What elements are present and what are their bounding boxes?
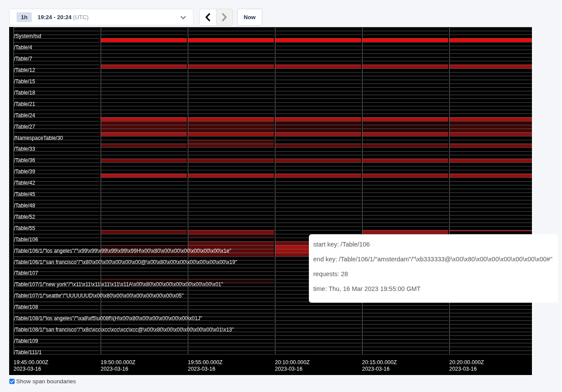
svg-text:/Table/24: /Table/24 — [14, 112, 35, 118]
svg-text:/Table/55: /Table/55 — [14, 225, 35, 231]
svg-text:/Table/33: /Table/33 — [14, 146, 35, 152]
svg-text:/Table/7: /Table/7 — [14, 56, 32, 62]
svg-text:/Table/4: /Table/4 — [14, 44, 32, 51]
svg-text:/Table/107/1/"new york"/"\x11\: /Table/107/1/"new york"/"\x11\x11\x11\x1… — [14, 281, 223, 287]
svg-text:/Table/106: /Table/106 — [14, 237, 38, 243]
svg-text:2023-03-16: 2023-03-16 — [275, 366, 302, 372]
svg-text:/Table/107/1/"seattle"/"UUUUUU: /Table/107/1/"seattle"/"UUUUUUD\x00\x80\… — [14, 293, 183, 299]
svg-text:/Table/15: /Table/15 — [14, 78, 35, 84]
svg-text:/NamespaceTable/30: /NamespaceTable/30 — [14, 135, 63, 141]
svg-text:19:55:00.000Z: 19:55:00.000Z — [188, 359, 223, 365]
svg-text:/Table/106/1/"san francisco"/": /Table/106/1/"san francisco"/"\x80\x00\x… — [14, 259, 237, 265]
svg-text:/Table/45: /Table/45 — [14, 191, 35, 197]
svg-text:19:50:00.000Z: 19:50:00.000Z — [101, 359, 135, 365]
svg-text:/Table/107: /Table/107 — [14, 270, 38, 276]
svg-text:/Table/27: /Table/27 — [14, 124, 35, 130]
svg-text:/Table/108/1/"los angeles"/"\x: /Table/108/1/"los angeles"/"\xa8\xf5\u00… — [14, 315, 202, 321]
svg-text:2023-03-16: 2023-03-16 — [449, 366, 477, 372]
svg-text:2023-03-16: 2023-03-16 — [14, 366, 41, 372]
svg-text:20:20:00.000Z: 20:20:00.000Z — [449, 359, 484, 365]
svg-text:/Table/42: /Table/42 — [14, 180, 35, 186]
svg-text:/Table/52: /Table/52 — [14, 214, 35, 220]
svg-text:/Table/111/1: /Table/111/1 — [14, 349, 42, 355]
svg-text:2023-03-16: 2023-03-16 — [362, 366, 389, 372]
svg-text:19:45:00.000Z: 19:45:00.000Z — [14, 359, 48, 365]
svg-text:2023-03-16: 2023-03-16 — [188, 366, 215, 372]
svg-text:/System/tsd: /System/tsd — [14, 33, 41, 39]
svg-text:/Table/12: /Table/12 — [14, 67, 35, 73]
svg-text:2023-03-16: 2023-03-16 — [101, 366, 128, 372]
svg-text:/Table/18: /Table/18 — [14, 90, 35, 96]
svg-text:/Table/48: /Table/48 — [14, 203, 35, 209]
svg-text:/Table/36: /Table/36 — [14, 157, 35, 163]
svg-text:/Table/109: /Table/109 — [14, 338, 38, 344]
svg-text:/Table/21: /Table/21 — [14, 101, 35, 107]
svg-text:/Table/108: /Table/108 — [14, 304, 38, 310]
svg-text:/Table/39: /Table/39 — [14, 169, 35, 175]
svg-text:/Table/106/1/"los angeles"/"\x: /Table/106/1/"los angeles"/"\x99\x99\x99… — [14, 248, 231, 254]
svg-text:20:15:00.000Z: 20:15:00.000Z — [362, 359, 397, 365]
svg-text:20:10:00.000Z: 20:10:00.000Z — [275, 359, 310, 365]
svg-text:/Table/108/1/"san francisco"/": /Table/108/1/"san francisco"/"\x8c\xcc\x… — [14, 327, 234, 333]
